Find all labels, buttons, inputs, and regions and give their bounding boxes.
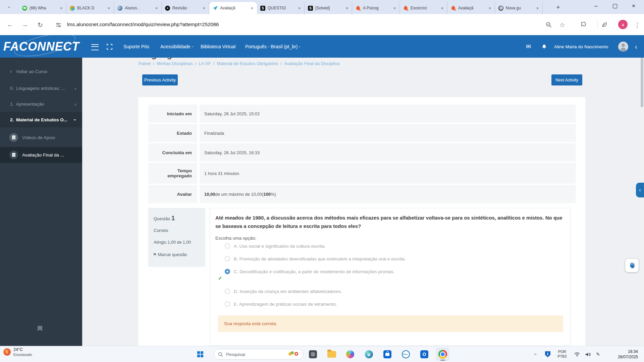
forward-icon[interactable] xyxy=(20,20,30,29)
sidebar-section-1[interactable]: 1. Apresentação xyxy=(0,98,82,110)
collapse-chevron-icon[interactable] xyxy=(635,35,637,58)
accessibility-hand-button[interactable] xyxy=(625,259,639,272)
language-indicator[interactable]: POR PTB2 xyxy=(555,346,570,362)
extensions-icon[interactable] xyxy=(579,20,588,29)
minimize-button[interactable] xyxy=(588,0,604,12)
clock-widget[interactable]: 16:34 26/07/2025 xyxy=(608,346,640,362)
tab-alunos[interactable]: Alunos . xyxy=(114,2,162,14)
user-avatar[interactable] xyxy=(618,42,628,52)
tab-close-icon[interactable] xyxy=(535,5,540,11)
start-button[interactable] xyxy=(197,351,203,357)
weather-widget[interactable]: 5 24°C Ensolarado xyxy=(3,347,32,357)
previous-activity-button[interactable]: Previous Activity xyxy=(142,74,178,85)
browser-menu-icon[interactable] xyxy=(633,20,642,29)
tab-black[interactable]: BLACK D xyxy=(66,2,114,14)
tab-close-icon[interactable] xyxy=(249,5,255,11)
tab-exercicios[interactable]: Excercíci xyxy=(400,2,447,14)
faconnect-logo[interactable]: FACONNECT xyxy=(3,39,79,53)
breadcrumb-minhas-disciplinas[interactable]: Minhas Disciplinas xyxy=(157,61,193,66)
pen-icon[interactable] xyxy=(594,346,602,362)
option-e[interactable]: E. Aprendizagem de práticas sociais de l… xyxy=(225,301,337,307)
url-field[interactable]: lms.alunosnet.com/faconnect/mod/quiz/rev… xyxy=(67,21,219,27)
sidebar-back-to-course[interactable]: Voltar ao Curso xyxy=(0,66,82,76)
tab-questio[interactable]: QUESTIO xyxy=(257,2,305,14)
tab-close-icon[interactable] xyxy=(392,5,397,11)
battery-saver-leaf-icon[interactable] xyxy=(600,20,609,29)
bell-icon[interactable] xyxy=(541,35,547,58)
tab-psicog[interactable]: A Psicog xyxy=(352,2,400,14)
taskbar-search[interactable]: Pesquisar xyxy=(214,349,304,360)
radio-selected-icon[interactable] xyxy=(225,269,230,274)
user-name[interactable]: Aline Maria do Nascimento xyxy=(554,35,608,58)
browser-profile-avatar[interactable]: a xyxy=(618,20,628,29)
side-panel-toggle[interactable] xyxy=(636,183,644,197)
flag-question-link[interactable]: Marcar questão xyxy=(153,252,187,257)
dell-icon[interactable]: DELL xyxy=(399,348,413,361)
weather-badge: 5 xyxy=(3,348,11,356)
tab-close-icon[interactable] xyxy=(344,5,350,11)
new-tab-button[interactable] xyxy=(553,3,563,12)
tab-close-icon[interactable] xyxy=(106,5,112,11)
breadcrumb-avaliacao-final[interactable]: Avaliação Final da Disciplina xyxy=(284,61,339,66)
tab-search-chevron-icon[interactable] xyxy=(5,2,14,12)
radio-icon[interactable] xyxy=(225,289,230,294)
tab-close-icon[interactable] xyxy=(154,5,159,11)
tab-whatsapp[interactable]: (66) Wha xyxy=(19,2,66,14)
site-info-icon[interactable] xyxy=(54,20,63,29)
wifi-icon[interactable] xyxy=(572,346,582,362)
back-icon[interactable] xyxy=(5,20,15,29)
breadcrumb-la-sf[interactable]: LA-SF xyxy=(199,61,211,66)
maximize-button[interactable] xyxy=(607,0,623,12)
sidebar-section-0[interactable]: 0. Linguagens artísticas: ... xyxy=(0,82,82,94)
copilot-icon[interactable] xyxy=(343,348,357,361)
tab-close-icon[interactable] xyxy=(58,5,64,11)
chevron-right-icon xyxy=(74,101,76,107)
sidebar-section-2[interactable]: 2. Material de Estudos O... xyxy=(0,114,82,125)
reload-icon[interactable] xyxy=(36,20,45,29)
nav-biblioteca-virtual[interactable]: Biblioteca Virtual xyxy=(201,35,235,58)
option-a[interactable]: A. Uso social e significativo da cultura… xyxy=(225,243,326,249)
breadcrumb-material-estudos[interactable]: Material de Estudos Obrigatório xyxy=(217,61,278,66)
search-highlight-flower-icon[interactable] xyxy=(288,351,299,358)
whatsapp-icon xyxy=(22,6,27,11)
nav-acessibilidade[interactable]: Acessibilidade xyxy=(160,35,193,58)
fullscreen-icon[interactable] xyxy=(107,35,112,58)
tab-close-icon[interactable] xyxy=(297,5,302,11)
zoom-out-icon[interactable] xyxy=(544,20,553,29)
chrome-taskbar-icon[interactable] xyxy=(436,348,449,361)
nav-suporte-pos[interactable]: Suporte Pós xyxy=(123,35,149,58)
next-activity-button[interactable]: Next Activity xyxy=(551,74,582,85)
bookmark-star-icon[interactable] xyxy=(557,20,567,29)
option-b[interactable]: B. Promoção de atividades diversificadas… xyxy=(225,256,406,261)
sidebar-item-avaliacao-final[interactable]: Avaliação Final da ... xyxy=(0,149,82,161)
tab-avaliacao-active[interactable]: Avaliaçã xyxy=(209,2,257,14)
sidebar-item-videos-de-apoio[interactable]: Vídeos de Apoio xyxy=(0,131,82,143)
option-c-selected[interactable]: C. Decodificação e codificação, a partir… xyxy=(225,269,395,274)
tab-revisao[interactable]: Revisão xyxy=(162,2,209,14)
microsoft-store-icon[interactable] xyxy=(381,348,394,361)
option-d[interactable]: D. Inserção da criança em ambientes alfa… xyxy=(225,289,342,294)
security-shield-icon[interactable] xyxy=(543,346,553,362)
file-explorer-icon[interactable] xyxy=(325,348,338,361)
tray-chevron-up-icon[interactable] xyxy=(530,346,540,362)
app-dark-icon[interactable] xyxy=(306,348,320,361)
radio-icon[interactable] xyxy=(225,243,230,249)
close-window-button[interactable] xyxy=(626,0,641,12)
tab-close-icon[interactable] xyxy=(487,5,493,11)
volume-icon[interactable] xyxy=(583,346,592,362)
menu-hamburger-icon[interactable] xyxy=(91,44,99,50)
breadcrumb-painel[interactable]: Painel xyxy=(139,61,151,66)
nav-language-selector[interactable]: Português - Brasil (pt_br) xyxy=(245,35,301,58)
radio-icon[interactable] xyxy=(225,301,230,307)
sidebar-bookmark-icon[interactable] xyxy=(38,326,42,331)
tab-nova-guia[interactable]: Nova gu xyxy=(495,2,543,14)
edge-icon[interactable]: e xyxy=(362,348,376,361)
summary-value: Finalizada xyxy=(200,124,576,142)
mail-icon[interactable] xyxy=(526,35,531,58)
radio-icon[interactable] xyxy=(225,256,230,261)
tab-avaliacao2[interactable]: Avaliaçã xyxy=(447,2,495,14)
tab-solved[interactable]: [Solved] xyxy=(305,2,352,14)
tab-close-icon[interactable] xyxy=(439,5,445,11)
outlook-icon[interactable]: O xyxy=(418,348,431,361)
tab-close-icon[interactable] xyxy=(201,5,207,11)
